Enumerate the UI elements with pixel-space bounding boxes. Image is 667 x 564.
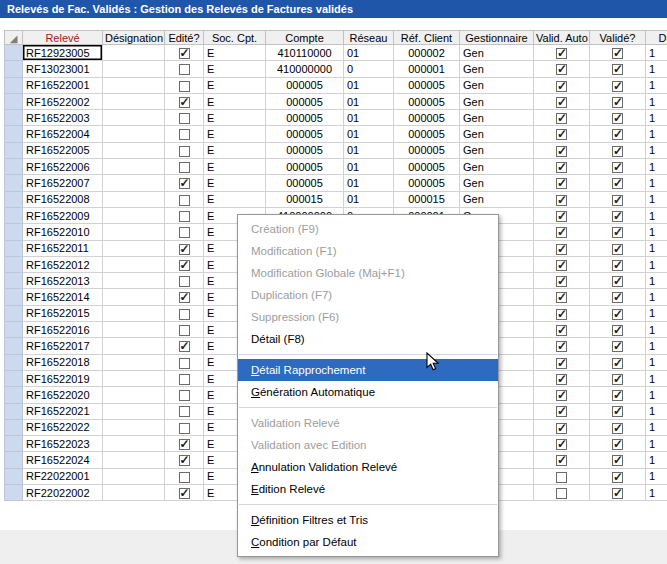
valide-checkbox[interactable]	[612, 162, 623, 173]
valide-checkbox[interactable]	[612, 276, 623, 287]
valid_auto-checkbox[interactable]	[556, 406, 567, 417]
cell-da[interactable]: 1	[646, 207, 667, 223]
column-header-reseau[interactable]: Réseau	[344, 31, 394, 45]
cell-valid_auto[interactable]	[534, 77, 590, 93]
menu-item-7[interactable]: Détail Rapprochement	[238, 359, 498, 381]
valide-checkbox[interactable]	[612, 211, 623, 222]
cell-soc[interactable]: E	[204, 126, 266, 142]
cell-valide[interactable]	[590, 289, 646, 305]
cell-designation[interactable]	[103, 338, 165, 354]
edite-checkbox[interactable]	[179, 423, 190, 434]
cell-ref_client[interactable]: 000005	[394, 142, 460, 158]
cell-gestionnaire[interactable]: Gen	[460, 175, 534, 191]
cell-gestionnaire[interactable]: Gen	[460, 93, 534, 109]
cell-reseau[interactable]: 01	[344, 142, 394, 158]
cell-edite[interactable]	[165, 452, 204, 468]
valide-checkbox[interactable]	[612, 178, 623, 189]
cell-ref_client[interactable]: 000005	[394, 77, 460, 93]
row-selector[interactable]	[5, 77, 23, 93]
cell-da[interactable]: 1	[646, 110, 667, 126]
valide-checkbox[interactable]	[612, 244, 623, 255]
cell-valid_auto[interactable]	[534, 354, 590, 370]
cell-reseau[interactable]: 01	[344, 110, 394, 126]
cell-valide[interactable]	[590, 419, 646, 435]
cell-da[interactable]: 1	[646, 419, 667, 435]
cell-designation[interactable]	[103, 126, 165, 142]
edite-checkbox[interactable]	[179, 276, 190, 287]
cell-designation[interactable]	[103, 273, 165, 289]
valid_auto-checkbox[interactable]	[556, 374, 567, 385]
cell-releve[interactable]: RF16522005	[23, 142, 103, 158]
cell-valide[interactable]	[590, 240, 646, 256]
cell-releve[interactable]: RF16522014	[23, 289, 103, 305]
valide-checkbox[interactable]	[612, 129, 623, 140]
cell-ref_client[interactable]: 000001	[394, 61, 460, 77]
cell-releve[interactable]: RF16522001	[23, 77, 103, 93]
valide-checkbox[interactable]	[612, 48, 623, 59]
cell-soc[interactable]: E	[204, 61, 266, 77]
cell-ref_client[interactable]: 000005	[394, 110, 460, 126]
cell-soc[interactable]: E	[204, 110, 266, 126]
edite-checkbox[interactable]	[179, 146, 190, 157]
edite-checkbox[interactable]	[179, 113, 190, 124]
row-selector[interactable]	[5, 207, 23, 223]
valide-checkbox[interactable]	[612, 455, 623, 466]
cell-releve[interactable]: RF16522016	[23, 322, 103, 338]
cell-valid_auto[interactable]	[534, 387, 590, 403]
cell-designation[interactable]	[103, 142, 165, 158]
cell-releve[interactable]: RF16522017	[23, 338, 103, 354]
valide-checkbox[interactable]	[612, 374, 623, 385]
edite-checkbox[interactable]	[179, 64, 190, 75]
column-header-ref_client[interactable]: Réf. Client	[394, 31, 460, 45]
cell-designation[interactable]	[103, 77, 165, 93]
cell-valid_auto[interactable]	[534, 403, 590, 419]
cell-releve[interactable]: RF12923005	[23, 45, 103, 61]
edite-checkbox[interactable]	[179, 81, 190, 92]
cell-reseau[interactable]: 01	[344, 77, 394, 93]
cell-valide[interactable]	[590, 468, 646, 484]
cell-edite[interactable]	[165, 273, 204, 289]
cell-edite[interactable]	[165, 419, 204, 435]
valide-checkbox[interactable]	[612, 195, 623, 206]
row-selector[interactable]	[5, 224, 23, 240]
cell-valid_auto[interactable]	[534, 436, 590, 452]
cell-compte[interactable]: 000005	[266, 110, 344, 126]
row-selector[interactable]	[5, 370, 23, 386]
edite-checkbox[interactable]	[179, 309, 190, 320]
cell-designation[interactable]	[103, 240, 165, 256]
cell-edite[interactable]	[165, 224, 204, 240]
cell-compte[interactable]: 000005	[266, 175, 344, 191]
cell-reseau[interactable]: 01	[344, 175, 394, 191]
valide-checkbox[interactable]	[612, 488, 623, 499]
cell-valid_auto[interactable]	[534, 485, 590, 501]
cell-edite[interactable]	[165, 240, 204, 256]
cell-da[interactable]: 1	[646, 240, 667, 256]
valid_auto-checkbox[interactable]	[556, 439, 567, 450]
edite-checkbox[interactable]	[179, 358, 190, 369]
column-header-da[interactable]: Da	[646, 31, 667, 45]
edite-checkbox[interactable]	[179, 390, 190, 401]
cell-valide[interactable]	[590, 305, 646, 321]
column-header-edite[interactable]: Edité?	[165, 31, 204, 45]
cell-reseau[interactable]: 01	[344, 45, 394, 61]
valid_auto-checkbox[interactable]	[556, 195, 567, 206]
edite-checkbox[interactable]	[179, 260, 190, 271]
cell-valid_auto[interactable]	[534, 240, 590, 256]
cell-da[interactable]: 1	[646, 45, 667, 61]
cell-edite[interactable]	[165, 45, 204, 61]
cell-designation[interactable]	[103, 110, 165, 126]
row-selector[interactable]	[5, 110, 23, 126]
cell-reseau[interactable]: 01	[344, 159, 394, 175]
edite-checkbox[interactable]	[179, 48, 190, 59]
edite-checkbox[interactable]	[179, 129, 190, 140]
cell-compte[interactable]: 000005	[266, 77, 344, 93]
cell-designation[interactable]	[103, 485, 165, 501]
cell-edite[interactable]	[165, 305, 204, 321]
cell-valid_auto[interactable]	[534, 322, 590, 338]
cell-releve[interactable]: RF16522024	[23, 452, 103, 468]
row-selector[interactable]	[5, 354, 23, 370]
row-selector[interactable]	[5, 142, 23, 158]
column-header-compte[interactable]: Compte	[266, 31, 344, 45]
cell-da[interactable]: 1	[646, 322, 667, 338]
valide-checkbox[interactable]	[612, 390, 623, 401]
